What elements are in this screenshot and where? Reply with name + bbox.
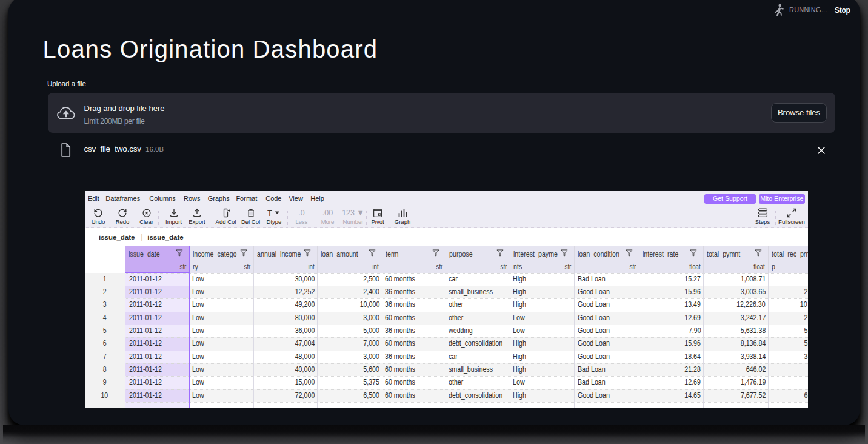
svg-text:T: T — [267, 209, 272, 218]
